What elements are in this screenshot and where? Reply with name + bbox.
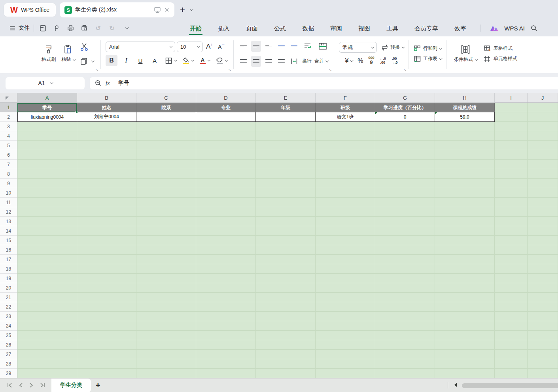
cell-A1[interactable]: 学号 [17,103,77,112]
cell-E5[interactable] [256,141,316,150]
row-header-25[interactable]: 25 [0,331,17,340]
cell-H19[interactable] [435,274,495,283]
row-header-23[interactable]: 23 [0,312,17,321]
cell-H13[interactable] [435,217,495,226]
cell-style-button[interactable]: 单元格样式 [484,55,517,62]
cell-D21[interactable] [196,293,256,302]
cell-E17[interactable] [256,255,316,264]
cell-H2[interactable]: 59.0 [435,112,495,122]
currency-button[interactable]: ¥ [345,57,352,64]
copy-icon[interactable] [80,57,93,65]
cell-I9[interactable] [495,179,528,188]
column-header-B[interactable]: B [77,93,136,102]
cell-I8[interactable] [495,169,528,179]
scroll-left-icon[interactable] [454,383,457,387]
row-header-8[interactable]: 8 [0,169,17,179]
cell-H24[interactable] [435,321,495,331]
cell-I27[interactable] [495,350,528,359]
cell-D1[interactable]: 专业 [196,103,256,112]
cell-I15[interactable] [495,236,528,245]
cell-C10[interactable] [136,188,196,198]
cell-C11[interactable] [136,198,196,207]
cell-D26[interactable] [196,340,256,350]
cell-F10[interactable] [316,188,375,198]
row-header-27[interactable]: 27 [0,350,17,359]
cell-B23[interactable] [77,312,136,321]
row-header-11[interactable]: 11 [0,198,17,207]
cell-C14[interactable] [136,226,196,236]
cell-J26[interactable] [528,340,558,350]
increase-decimal-button[interactable]: ←.0.00 [380,57,386,64]
cell-J5[interactable] [528,141,558,150]
cell-B25[interactable] [77,331,136,340]
cell-I11[interactable] [495,198,528,207]
cell-A6[interactable] [17,150,77,160]
cell-I24[interactable] [495,321,528,331]
worksheet-button[interactable]: 工作表 [414,55,441,62]
cell-E23[interactable] [256,312,316,321]
cell-H4[interactable] [435,131,495,141]
cell-I6[interactable] [495,150,528,160]
cell-J6[interactable] [528,150,558,160]
menu-tab-8[interactable]: 会员专享 [414,21,439,35]
cell-A14[interactable] [17,226,77,236]
cell-C25[interactable] [136,331,196,340]
cell-B6[interactable] [77,150,136,160]
font-color-button[interactable]: A [198,55,211,66]
name-box[interactable]: A1 [6,77,85,89]
cell-B18[interactable] [77,264,136,274]
cell-H18[interactable] [435,264,495,274]
cell-H26[interactable] [435,340,495,350]
cell-H12[interactable] [435,207,495,217]
cell-J15[interactable] [528,236,558,245]
cell-G26[interactable] [375,340,435,350]
cell-C9[interactable] [136,179,196,188]
table-style-button[interactable]: 表格样式 [484,45,517,52]
cell-H9[interactable] [435,179,495,188]
cell-J25[interactable] [528,331,558,340]
cell-G5[interactable] [375,141,435,150]
row-header-20[interactable]: 20 [0,283,17,293]
cell-I29[interactable] [495,369,528,378]
cell-H22[interactable] [435,302,495,312]
cell-D8[interactable] [196,169,256,179]
column-header-D[interactable]: D [196,93,256,102]
cell-F11[interactable] [316,198,375,207]
cell-I2[interactable] [495,112,528,122]
cell-D4[interactable] [196,131,256,141]
cell-I19[interactable] [495,274,528,283]
cell-F1[interactable]: 班级 [316,103,375,112]
increase-font-button[interactable]: A + [204,41,215,52]
cell-B8[interactable] [77,169,136,179]
cell-F5[interactable] [316,141,375,150]
cell-H20[interactable] [435,283,495,293]
cell-H16[interactable] [435,245,495,255]
cell-G12[interactable] [375,207,435,217]
column-header-A[interactable]: A [17,93,77,102]
cut-icon[interactable] [80,42,93,51]
cell-E1[interactable]: 年级 [256,103,316,112]
cell-D7[interactable] [196,160,256,169]
cell-H7[interactable] [435,160,495,169]
cell-F23[interactable] [316,312,375,321]
cell-B1[interactable]: 姓名 [77,103,136,112]
row-header-4[interactable]: 4 [0,131,17,141]
row-header-9[interactable]: 9 [0,179,17,188]
cell-E19[interactable] [256,274,316,283]
cell-G28[interactable] [375,359,435,369]
cell-J24[interactable] [528,321,558,331]
menu-tab-5[interactable]: 审阅 [329,21,343,35]
percent-button[interactable]: % [357,57,363,64]
cell-F7[interactable] [316,160,375,169]
cell-I10[interactable] [495,188,528,198]
cell-E28[interactable] [256,359,316,369]
row-header-19[interactable]: 19 [0,274,17,283]
cell-G9[interactable] [375,179,435,188]
cell-F2[interactable]: 语文1班 [316,112,375,122]
cell-A7[interactable] [17,160,77,169]
cell-E14[interactable] [256,226,316,236]
align-center-icon[interactable] [251,56,261,67]
format-painter-button[interactable]: 格式刷 [39,44,59,64]
cell-G3[interactable] [375,122,435,131]
cell-G24[interactable] [375,321,435,331]
